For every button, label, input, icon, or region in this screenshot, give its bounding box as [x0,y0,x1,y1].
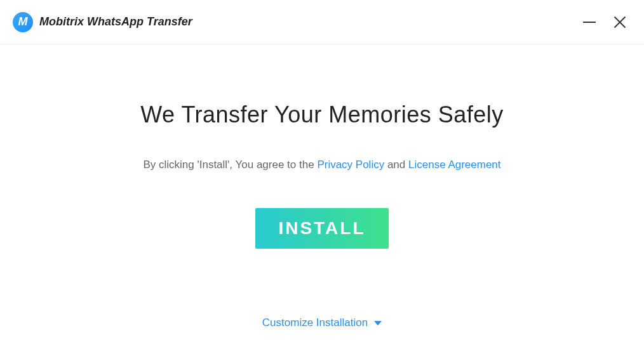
headline: We Transfer Your Memories Safely [140,101,504,128]
title-left: M Mobitrix WhatsApp Transfer [13,12,192,32]
minimize-button[interactable] [583,22,596,23]
window-controls [583,16,626,29]
title-bar: M Mobitrix WhatsApp Transfer [0,0,644,44]
app-title: Mobitrix WhatsApp Transfer [39,15,192,29]
agreement-text: By clicking 'Install', You agree to the … [143,159,500,171]
close-button[interactable] [614,16,626,29]
chevron-down-icon [374,321,382,325]
agreement-prefix: By clicking 'Install', You agree to the [143,159,317,171]
minimize-icon [583,22,596,23]
license-agreement-link[interactable]: License Agreement [408,159,501,171]
customize-installation-toggle[interactable]: Customize Installation [0,317,644,329]
install-button[interactable]: INSTALL [255,208,389,249]
privacy-policy-link[interactable]: Privacy Policy [317,159,384,171]
app-logo-icon: M [13,12,33,32]
customize-label: Customize Installation [262,317,368,329]
main-content: We Transfer Your Memories Safely By clic… [0,44,644,249]
close-icon [614,16,626,29]
agreement-mid: and [384,159,408,171]
